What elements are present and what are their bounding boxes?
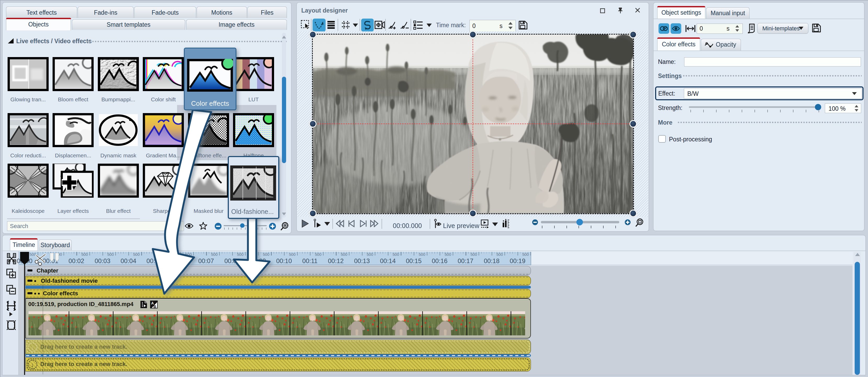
svg-text:B: B	[154, 304, 156, 309]
